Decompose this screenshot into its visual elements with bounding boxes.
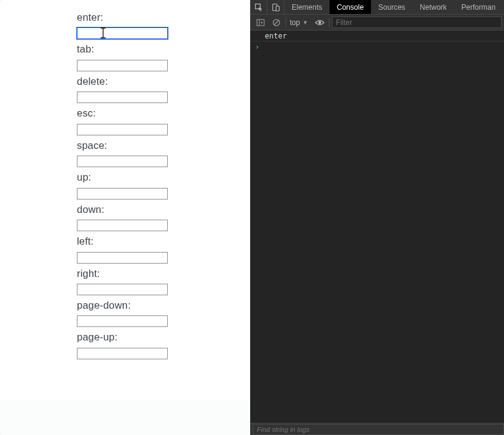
console-output[interactable]: enter › (250, 31, 504, 423)
field-label-esc: esc: (77, 107, 236, 120)
field-label-page-down: page-down: (77, 299, 236, 312)
field-input-space[interactable] (77, 156, 168, 167)
svg-rect-2 (276, 6, 279, 11)
sidebar-toggle-icon (256, 19, 265, 26)
context-label: top (290, 18, 300, 27)
tab-network[interactable]: Network (412, 0, 454, 14)
clear-console-button[interactable] (268, 15, 284, 31)
console-sidebar-toggle[interactable] (253, 15, 268, 31)
field-label-page-up: page-up: (77, 331, 236, 343)
field-input-right[interactable] (77, 284, 168, 295)
field-label-tab: tab: (77, 43, 236, 56)
tab-performance[interactable]: Performan (454, 0, 497, 14)
field-input-page-up[interactable] (77, 348, 168, 359)
field-label-space: space: (77, 139, 236, 152)
field-label-left: left: (77, 235, 236, 248)
live-expression-button[interactable] (312, 15, 328, 31)
inspect-icon (254, 3, 263, 12)
field-input-tab[interactable] (77, 60, 168, 71)
field-label-delete: delete: (77, 75, 236, 88)
field-input-enter[interactable] (77, 27, 168, 39)
field-label-down: down: (77, 203, 236, 216)
field-input-delete[interactable] (77, 92, 168, 103)
svg-point-7 (318, 21, 320, 23)
prompt-caret-icon: › (255, 43, 259, 51)
console-log-text: enter (265, 32, 287, 40)
field-input-esc[interactable] (77, 124, 168, 135)
svg-line-6 (274, 20, 278, 24)
field-input-down[interactable] (77, 220, 168, 231)
field-input-left[interactable] (77, 252, 168, 264)
chevron-down-icon: ▼ (303, 20, 308, 26)
page-preview: enter: tab: delete: esc: space: up: down… (0, 0, 250, 435)
devtools-tabs: Elements Console Sources Network Perform… (250, 0, 504, 15)
toggle-device-button[interactable] (267, 0, 284, 14)
fields-container: enter: tab: delete: esc: space: up: down… (77, 11, 236, 363)
toolbar-separator (329, 18, 329, 27)
tab-elements[interactable]: Elements (284, 0, 329, 14)
field-input-page-down[interactable] (77, 315, 168, 327)
console-log-row: enter (250, 31, 504, 41)
console-prompt[interactable]: › (250, 41, 504, 52)
device-icon (272, 3, 280, 12)
find-in-logs-input[interactable] (253, 424, 504, 435)
console-filter-input[interactable] (332, 16, 502, 28)
inspect-element-button[interactable] (250, 0, 267, 14)
tab-sources[interactable]: Sources (371, 0, 412, 14)
eye-icon (315, 19, 325, 26)
devtools-footer (250, 423, 504, 435)
field-label-enter: enter: (77, 11, 236, 24)
content-card: enter: tab: delete: esc: space: up: down… (0, 0, 250, 400)
field-input-up[interactable] (77, 188, 168, 200)
clear-icon (272, 18, 281, 27)
console-toolbar: top ▼ (250, 15, 504, 31)
field-label-right: right: (77, 267, 236, 280)
toolbar-separator (286, 18, 286, 27)
field-label-up: up: (77, 171, 236, 184)
devtools-panel: Elements Console Sources Network Perform… (250, 0, 504, 435)
tab-console[interactable]: Console (329, 0, 371, 14)
context-selector[interactable]: top ▼ (287, 18, 312, 27)
